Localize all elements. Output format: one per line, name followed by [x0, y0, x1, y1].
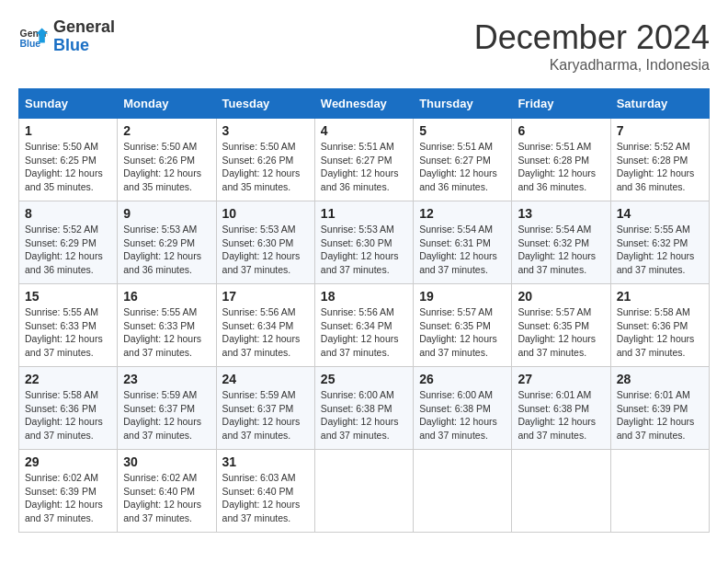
day-info: Sunrise: 5:59 AM Sunset: 6:37 PM Dayligh… — [222, 388, 309, 442]
table-row — [414, 450, 512, 533]
day-number: 27 — [518, 372, 604, 386]
day-info: Sunrise: 5:53 AM Sunset: 6:30 PM Dayligh… — [222, 223, 309, 277]
day-number: 31 — [222, 454, 309, 469]
logo: General Blue General Blue — [18, 18, 115, 55]
table-row: 9 Sunrise: 5:53 AM Sunset: 6:29 PM Dayli… — [118, 201, 216, 284]
table-row: 1 Sunrise: 5:50 AM Sunset: 6:25 PM Dayli… — [19, 119, 118, 201]
day-number: 22 — [25, 372, 111, 386]
day-info: Sunrise: 6:00 AM Sunset: 6:38 PM Dayligh… — [419, 388, 506, 442]
table-row: 22 Sunrise: 5:58 AM Sunset: 6:36 PM Dayl… — [19, 367, 118, 450]
calendar-week-row: 22 Sunrise: 5:58 AM Sunset: 6:36 PM Dayl… — [19, 367, 710, 450]
table-row: 18 Sunrise: 5:56 AM Sunset: 6:34 PM Dayl… — [314, 284, 413, 367]
month-title: December 2024 — [474, 18, 710, 57]
day-info: Sunrise: 5:57 AM Sunset: 6:35 PM Dayligh… — [518, 305, 604, 360]
col-sunday: Sunday — [19, 89, 118, 119]
day-number: 8 — [25, 206, 111, 221]
table-row: 10 Sunrise: 5:53 AM Sunset: 6:30 PM Dayl… — [216, 201, 314, 284]
table-row: 25 Sunrise: 6:00 AM Sunset: 6:38 PM Dayl… — [314, 367, 413, 450]
table-row: 6 Sunrise: 5:51 AM Sunset: 6:28 PM Dayli… — [512, 119, 610, 201]
day-number: 6 — [518, 123, 604, 138]
day-info: Sunrise: 5:54 AM Sunset: 6:31 PM Dayligh… — [419, 223, 506, 277]
day-info: Sunrise: 6:01 AM Sunset: 6:39 PM Dayligh… — [617, 388, 703, 442]
table-row: 19 Sunrise: 5:57 AM Sunset: 6:35 PM Dayl… — [414, 284, 512, 367]
table-row: 2 Sunrise: 5:50 AM Sunset: 6:26 PM Dayli… — [118, 119, 216, 201]
table-row — [610, 450, 709, 533]
day-info: Sunrise: 5:51 AM Sunset: 6:27 PM Dayligh… — [321, 140, 407, 194]
col-saturday: Saturday — [610, 89, 709, 119]
calendar-week-row: 1 Sunrise: 5:50 AM Sunset: 6:25 PM Dayli… — [19, 119, 710, 201]
day-info: Sunrise: 5:56 AM Sunset: 6:34 PM Dayligh… — [321, 305, 407, 360]
day-number: 18 — [321, 289, 407, 304]
day-number: 19 — [419, 289, 506, 304]
table-row: 14 Sunrise: 5:55 AM Sunset: 6:32 PM Dayl… — [610, 201, 709, 284]
day-info: Sunrise: 5:51 AM Sunset: 6:27 PM Dayligh… — [419, 140, 506, 194]
table-row: 15 Sunrise: 5:55 AM Sunset: 6:33 PM Dayl… — [19, 284, 118, 367]
table-row — [314, 450, 413, 533]
table-row: 20 Sunrise: 5:57 AM Sunset: 6:35 PM Dayl… — [512, 284, 610, 367]
day-info: Sunrise: 5:56 AM Sunset: 6:34 PM Dayligh… — [222, 305, 309, 360]
table-row: 16 Sunrise: 5:55 AM Sunset: 6:33 PM Dayl… — [118, 284, 216, 367]
day-number: 10 — [222, 206, 309, 221]
day-number: 2 — [123, 123, 210, 138]
table-row: 26 Sunrise: 6:00 AM Sunset: 6:38 PM Dayl… — [414, 367, 512, 450]
day-info: Sunrise: 5:59 AM Sunset: 6:37 PM Dayligh… — [123, 388, 210, 442]
table-row: 30 Sunrise: 6:02 AM Sunset: 6:40 PM Dayl… — [118, 450, 216, 533]
table-row: 12 Sunrise: 5:54 AM Sunset: 6:31 PM Dayl… — [414, 201, 512, 284]
calendar-header-row: Sunday Monday Tuesday Wednesday Thursday… — [19, 89, 710, 119]
location: Karyadharma, Indonesia — [474, 57, 710, 74]
day-number: 11 — [321, 206, 407, 221]
table-row: 24 Sunrise: 5:59 AM Sunset: 6:37 PM Dayl… — [216, 367, 314, 450]
day-info: Sunrise: 5:50 AM Sunset: 6:26 PM Dayligh… — [222, 140, 309, 194]
day-number: 4 — [321, 123, 407, 138]
day-number: 16 — [123, 289, 210, 304]
day-info: Sunrise: 6:02 AM Sunset: 6:39 PM Dayligh… — [25, 471, 111, 525]
col-friday: Friday — [512, 89, 610, 119]
table-row: 7 Sunrise: 5:52 AM Sunset: 6:28 PM Dayli… — [610, 119, 709, 201]
svg-text:Blue: Blue — [20, 39, 41, 49]
day-info: Sunrise: 5:55 AM Sunset: 6:33 PM Dayligh… — [25, 305, 111, 360]
col-monday: Monday — [118, 89, 216, 119]
day-number: 15 — [25, 289, 111, 304]
day-number: 25 — [321, 372, 407, 386]
day-number: 14 — [617, 206, 703, 221]
day-info: Sunrise: 5:50 AM Sunset: 6:26 PM Dayligh… — [123, 140, 210, 194]
day-info: Sunrise: 5:54 AM Sunset: 6:32 PM Dayligh… — [518, 223, 604, 277]
day-info: Sunrise: 5:55 AM Sunset: 6:33 PM Dayligh… — [123, 305, 210, 360]
page-header: General Blue General Blue December 2024 … — [18, 18, 710, 74]
table-row: 17 Sunrise: 5:56 AM Sunset: 6:34 PM Dayl… — [216, 284, 314, 367]
day-number: 7 — [617, 123, 703, 138]
day-info: Sunrise: 6:01 AM Sunset: 6:38 PM Dayligh… — [518, 388, 604, 442]
day-number: 23 — [123, 372, 210, 386]
day-info: Sunrise: 5:57 AM Sunset: 6:35 PM Dayligh… — [419, 305, 506, 360]
logo-icon: General Blue — [18, 22, 48, 52]
table-row: 8 Sunrise: 5:52 AM Sunset: 6:29 PM Dayli… — [19, 201, 118, 284]
day-number: 5 — [419, 123, 506, 138]
day-number: 13 — [518, 206, 604, 221]
calendar-week-row: 8 Sunrise: 5:52 AM Sunset: 6:29 PM Dayli… — [19, 201, 710, 284]
day-number: 28 — [617, 372, 703, 386]
day-info: Sunrise: 5:58 AM Sunset: 6:36 PM Dayligh… — [25, 388, 111, 442]
table-row — [512, 450, 610, 533]
col-tuesday: Tuesday — [216, 89, 314, 119]
calendar-week-row: 29 Sunrise: 6:02 AM Sunset: 6:39 PM Dayl… — [19, 450, 710, 533]
day-info: Sunrise: 5:50 AM Sunset: 6:25 PM Dayligh… — [25, 140, 111, 194]
day-number: 17 — [222, 289, 309, 304]
table-row: 5 Sunrise: 5:51 AM Sunset: 6:27 PM Dayli… — [414, 119, 512, 201]
table-row: 28 Sunrise: 6:01 AM Sunset: 6:39 PM Dayl… — [610, 367, 709, 450]
day-number: 12 — [419, 206, 506, 221]
day-info: Sunrise: 5:58 AM Sunset: 6:36 PM Dayligh… — [617, 305, 703, 360]
day-number: 29 — [25, 454, 111, 469]
day-number: 24 — [222, 372, 309, 386]
day-info: Sunrise: 6:00 AM Sunset: 6:38 PM Dayligh… — [321, 388, 407, 442]
logo-text: General Blue — [53, 18, 115, 55]
title-section: December 2024 Karyadharma, Indonesia — [474, 18, 710, 74]
table-row: 13 Sunrise: 5:54 AM Sunset: 6:32 PM Dayl… — [512, 201, 610, 284]
day-info: Sunrise: 5:53 AM Sunset: 6:29 PM Dayligh… — [123, 223, 210, 277]
day-number: 21 — [617, 289, 703, 304]
day-number: 20 — [518, 289, 604, 304]
day-info: Sunrise: 5:52 AM Sunset: 6:28 PM Dayligh… — [617, 140, 703, 194]
table-row: 3 Sunrise: 5:50 AM Sunset: 6:26 PM Dayli… — [216, 119, 314, 201]
day-number: 26 — [419, 372, 506, 386]
day-number: 3 — [222, 123, 309, 138]
day-info: Sunrise: 5:55 AM Sunset: 6:32 PM Dayligh… — [617, 223, 703, 277]
